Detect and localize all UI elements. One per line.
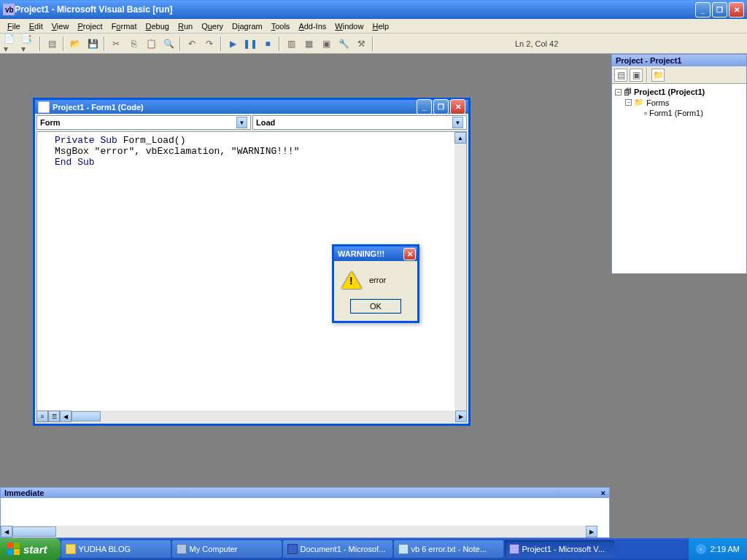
break-button[interactable]: ❚❚	[242, 36, 258, 52]
immediate-input[interactable]	[1, 498, 609, 526]
toggle-folders-button[interactable]: 📁	[651, 69, 665, 82]
toolbox-button[interactable]: ⚒	[353, 36, 369, 52]
procedure-dropdown[interactable]: Load ▼	[252, 115, 467, 130]
add-form-button[interactable]: 📑▾	[20, 36, 36, 52]
taskbar-item-word[interactable]: Document1 - Microsof...	[283, 540, 392, 558]
menu-tools[interactable]: Tools	[267, 20, 295, 32]
menu-query[interactable]: Query	[197, 20, 228, 32]
ok-button[interactable]: OK	[350, 299, 401, 314]
menu-diagram[interactable]: Diagram	[228, 20, 267, 32]
tree-item-form1[interactable]: ▫ Form1 (Form1)	[615, 108, 743, 118]
full-module-view-button[interactable]: ≡	[36, 411, 48, 422]
project-panel-toolbar: ▤ ▣ 📁	[612, 66, 746, 84]
tree-item-label: Form1 (Form1)	[649, 109, 703, 117]
cursor-position: Ln 2, Col 42	[515, 39, 558, 48]
close-button[interactable]: ✕	[729, 2, 744, 18]
taskbar-item-notepad[interactable]: vb 6 error.txt - Note...	[394, 540, 503, 558]
vertical-scrollbar[interactable]: ▲	[454, 132, 466, 414]
child-maximize-button[interactable]: ❐	[433, 99, 449, 114]
main-toolbar: 📄▾ 📑▾ ▤ 📂 💾 ✂ ⎘ 📋 🔍 ↶ ↷ ▶ ❚❚ ■ ▥ ▦ ▣ 🔧 ⚒…	[0, 34, 747, 54]
menu-file[interactable]: File	[3, 20, 25, 32]
tree-folder-label: Forms	[646, 98, 669, 107]
word-icon	[287, 544, 298, 554]
menu-project[interactable]: Project	[73, 20, 107, 32]
child-minimize-button[interactable]: _	[417, 99, 432, 114]
project-tree: − 🗐 Project1 (Project1) − 📁 Forms ▫ Form…	[612, 84, 746, 273]
svg-rect-3	[7, 542, 13, 548]
tray-icon[interactable]: ‹	[696, 544, 706, 554]
scroll-thumb[interactable]	[71, 411, 101, 421]
start-button[interactable]: start	[0, 538, 61, 560]
scroll-thumb[interactable]	[12, 526, 56, 537]
redo-button[interactable]: ↷	[201, 36, 217, 52]
menu-help[interactable]: Help	[368, 20, 393, 32]
menu-view[interactable]: View	[47, 20, 74, 32]
object-browser-button[interactable]: 🔧	[336, 36, 352, 52]
procedure-dropdown-value: Load	[256, 118, 275, 127]
minimize-button[interactable]: _	[695, 2, 711, 18]
scroll-right-icon[interactable]: ▶	[586, 526, 597, 537]
copy-button[interactable]: ⎘	[125, 36, 142, 52]
tree-root-label: Project1 (Project1)	[634, 88, 705, 96]
view-code-button[interactable]: ▤	[614, 69, 627, 82]
exclamation-icon	[341, 271, 362, 289]
end-button[interactable]: ■	[260, 36, 276, 52]
taskbar-item-yudha[interactable]: YUDHA BLOG	[61, 540, 171, 558]
menu-run[interactable]: Run	[174, 20, 197, 32]
paste-button[interactable]: 📋	[143, 36, 159, 52]
project-explorer-panel: Project - Project1 ▤ ▣ 📁 − 🗐 Project1 (P…	[611, 54, 747, 273]
menu-editor-button[interactable]: ▤	[44, 36, 60, 52]
collapse-icon[interactable]: −	[615, 89, 622, 96]
start-button[interactable]: ▶	[225, 36, 241, 52]
menu-format[interactable]: Format	[107, 20, 142, 32]
windows-logo-icon	[7, 542, 20, 556]
tree-folder-forms[interactable]: − 📁 Forms	[615, 97, 743, 108]
horizontal-scrollbar[interactable]	[56, 526, 586, 537]
undo-button[interactable]: ↶	[184, 36, 200, 52]
menu-edit[interactable]: Edit	[25, 20, 47, 32]
cut-button[interactable]: ✂	[108, 36, 124, 52]
svg-rect-6	[14, 549, 20, 555]
procedure-view-button[interactable]: ☰	[48, 411, 60, 422]
menu-debug[interactable]: Debug	[141, 20, 173, 32]
main-titlebar: vb Project1 - Microsoft Visual Basic [ru…	[0, 0, 747, 19]
view-object-button[interactable]: ▣	[630, 69, 643, 82]
vb-app-icon: vb	[3, 4, 15, 15]
scroll-right-icon[interactable]: ▶	[455, 411, 467, 422]
tree-root[interactable]: − 🗐 Project1 (Project1)	[615, 87, 743, 97]
immediate-window: Immediate × ◀ ▶	[0, 487, 610, 538]
msgbox-close-button[interactable]: ✕	[403, 248, 416, 260]
menu-addins[interactable]: Add-Ins	[294, 20, 330, 32]
system-tray[interactable]: ‹ 2:19 AM	[688, 538, 747, 560]
dropdown-arrow-icon: ▼	[236, 117, 247, 128]
object-dropdown-value: Form	[40, 118, 61, 127]
child-close-button[interactable]: ✕	[450, 99, 465, 114]
immediate-title: Immediate	[4, 489, 44, 497]
project-explorer-button[interactable]: ▥	[283, 36, 299, 52]
taskbar-item-vb[interactable]: Project1 - Microsoft V...	[505, 540, 614, 558]
scroll-up-icon[interactable]: ▲	[454, 132, 466, 144]
open-button[interactable]: 📂	[67, 36, 83, 52]
add-project-button[interactable]: 📄▾	[3, 36, 19, 52]
save-button[interactable]: 💾	[85, 36, 101, 52]
msgbox-title-text: WARNING!!!	[338, 249, 384, 258]
taskbar-item-mycomputer[interactable]: My Computer	[172, 540, 282, 558]
scroll-left-icon[interactable]: ◀	[1, 526, 12, 537]
code-dropdowns: Form ▼ Load ▼	[35, 114, 468, 131]
find-button[interactable]: 🔍	[160, 36, 177, 52]
form-layout-button[interactable]: ▣	[318, 36, 334, 52]
form-icon	[38, 101, 50, 113]
maximize-button[interactable]: ❐	[712, 2, 727, 18]
scroll-left-icon[interactable]: ◀	[60, 411, 71, 422]
collapse-icon[interactable]: −	[625, 99, 632, 106]
object-dropdown[interactable]: Form ▼	[36, 115, 251, 130]
dropdown-arrow-icon: ▼	[452, 117, 463, 128]
properties-button[interactable]: ▦	[301, 36, 317, 52]
immediate-close-button[interactable]: ×	[601, 489, 605, 497]
msgbox-message: error	[369, 276, 386, 284]
menu-window[interactable]: Window	[330, 20, 368, 32]
horizontal-scrollbar[interactable]	[101, 411, 455, 422]
code-window-title: Project1 - Form1 (Code)	[53, 103, 417, 112]
message-box: WARNING!!! ✕ error OK	[332, 244, 419, 323]
start-label: start	[23, 543, 47, 556]
